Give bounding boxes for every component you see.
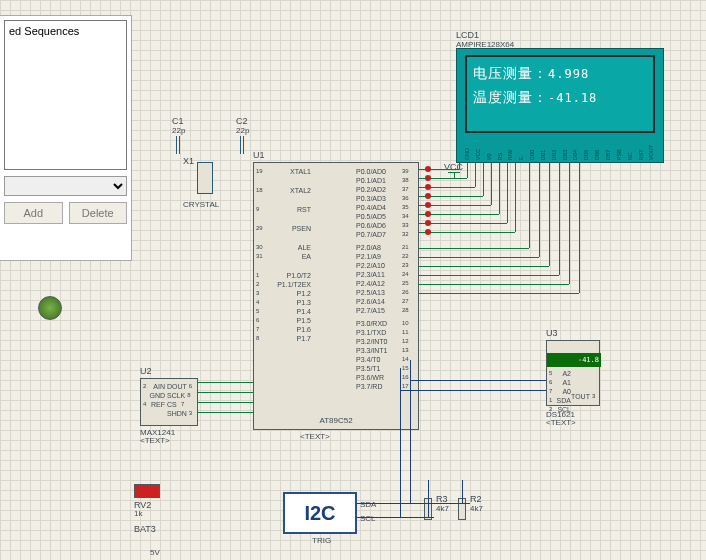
wire <box>198 382 253 383</box>
mcu-pin: 31EA <box>256 252 311 261</box>
lcd-line2-label: 温度测量： <box>473 90 548 105</box>
lcd-pin: DB3 <box>563 145 569 160</box>
lcd-pin: DB5 <box>584 145 590 160</box>
wire <box>419 266 549 267</box>
pot-rv2[interactable] <box>134 484 160 498</box>
wire <box>459 163 460 169</box>
mcu-pin: P0.6/AD633 <box>356 221 416 230</box>
bat3-ref: BAT3 <box>134 524 156 534</box>
sequences-dropdown[interactable] <box>4 176 127 196</box>
r2-ref: R2 <box>470 494 482 504</box>
u2-ref: U2 <box>140 366 152 376</box>
wire <box>419 257 539 258</box>
probe-point[interactable] <box>425 184 431 190</box>
lcd-pin: VCC <box>476 145 482 160</box>
mcu-pin: P2.5/A1326 <box>356 288 416 297</box>
mcu-pin: 6P1.5 <box>256 316 311 325</box>
probe-point[interactable] <box>425 229 431 235</box>
lcd-pin: DB6 <box>595 145 601 160</box>
mcu-pin: 4P1.3 <box>256 298 311 307</box>
mcu-pin: 3P1.2 <box>256 289 311 298</box>
probe-point[interactable] <box>425 166 431 172</box>
wire <box>579 163 580 293</box>
wire <box>198 412 253 413</box>
mcu-pin: 1P1.0/T2 <box>256 271 311 280</box>
mcu-pin: P2.6/A1427 <box>356 297 416 306</box>
wire <box>419 232 515 233</box>
mcu-pin: P2.3/A1124 <box>356 270 416 279</box>
wire <box>410 380 546 381</box>
i2c-scl: SCL <box>360 514 376 523</box>
mcu-pin: 29PSEN <box>256 224 311 233</box>
i2c-trig: TRIG <box>312 536 331 545</box>
probe-point[interactable] <box>425 211 431 217</box>
mcu-pin: 5P1.4 <box>256 307 311 316</box>
cap-c1[interactable] <box>176 136 180 154</box>
adc-u2[interactable]: 2AINGND4REF DOUT6SCLK8CS7SHDN3 <box>140 378 198 426</box>
mcu-pin: P2.7/A1528 <box>356 306 416 315</box>
lcd-pin: DB4 <box>573 145 579 160</box>
lcd-pin: VOUT <box>649 145 655 160</box>
c1-ref: C1 <box>172 116 184 126</box>
u2-pin: CS7 <box>167 400 195 409</box>
sequences-box: ed Sequences <box>4 20 127 170</box>
u2-pin: 4REF <box>143 400 165 409</box>
u3-pin: 6A1 <box>549 378 571 387</box>
lcd-pin: RST <box>639 145 645 160</box>
i2c-label: I2C <box>304 502 335 525</box>
probe-point[interactable] <box>425 193 431 199</box>
x1-part: CRYSTAL <box>183 200 219 209</box>
mcu-pin: P3.5/T115 <box>356 364 416 373</box>
probe-point[interactable] <box>425 175 431 181</box>
rv2-val: 1k <box>134 509 142 518</box>
u2-pin: SHDN3 <box>167 409 195 418</box>
c1-val: 22p <box>172 126 185 135</box>
probe-point[interactable] <box>425 220 431 226</box>
wire <box>559 163 560 275</box>
bat3-val: 5V <box>150 548 160 557</box>
panel-title: ed Sequences <box>9 25 79 37</box>
lcd-pin: R/W <box>508 145 514 160</box>
wire <box>419 293 579 294</box>
lcd-pin: GND <box>465 145 471 160</box>
u2-pin: GND <box>143 391 165 400</box>
cap-c2[interactable] <box>240 136 244 154</box>
wire <box>467 163 468 178</box>
mcu-pin: P3.2/INT012 <box>356 337 416 346</box>
wire <box>475 163 476 187</box>
mcu-pin: 9RST <box>256 205 311 214</box>
lcd-module[interactable]: 电压测量：4.998 温度测量：-41.18 GNDVCCV0RSR/WEDB0… <box>456 48 664 163</box>
u1-ref: U1 <box>253 150 265 160</box>
mcu-pin: P3.0/RXD10 <box>356 319 416 328</box>
lcd-pin: V0 <box>487 145 493 160</box>
r2-val: 4k7 <box>470 504 483 513</box>
tempsensor-u3[interactable]: -41.8 5A26A17A01SDA2SCL TOUT3 <box>546 340 600 406</box>
wire <box>419 223 507 224</box>
mcu-pin: 7P1.6 <box>256 325 311 334</box>
c2-ref: C2 <box>236 116 248 126</box>
u3-reading: -41.8 <box>578 356 599 364</box>
delete-button[interactable]: Delete <box>69 202 128 224</box>
wire <box>515 163 516 232</box>
add-button[interactable]: Add <box>4 202 63 224</box>
mcu-pin: 2P1.1/T2EX <box>256 280 311 289</box>
mcu-pin: P0.3/AD336 <box>356 194 416 203</box>
u2-pin: 2AIN <box>143 382 165 391</box>
probe-icon[interactable] <box>38 296 62 320</box>
lcd-pin: DB0 <box>530 145 536 160</box>
mcu-pin: P3.1/TXD11 <box>356 328 416 337</box>
mcu-pin: P2.4/A1225 <box>356 279 416 288</box>
crystal-x1[interactable] <box>197 162 213 194</box>
i2c-sda: SDA <box>360 500 376 509</box>
wire <box>419 214 499 215</box>
i2c-debugger[interactable]: I2C <box>283 492 357 534</box>
probe-point[interactable] <box>425 202 431 208</box>
lcd-screen: 电压测量：4.998 温度测量：-41.18 <box>465 55 655 133</box>
mcu-u1[interactable]: 19XTAL118XTAL29RST29PSEN30ALE31EA1P1.0/T… <box>253 162 419 430</box>
mcu-pin: P0.1/AD138 <box>356 176 416 185</box>
wire <box>529 163 530 248</box>
u3-pin: 5A2 <box>549 369 571 378</box>
mcu-pin: P0.7/AD732 <box>356 230 416 239</box>
mcu-pin: 8P1.7 <box>256 334 311 343</box>
u3-tout-n: 3 <box>592 392 597 401</box>
